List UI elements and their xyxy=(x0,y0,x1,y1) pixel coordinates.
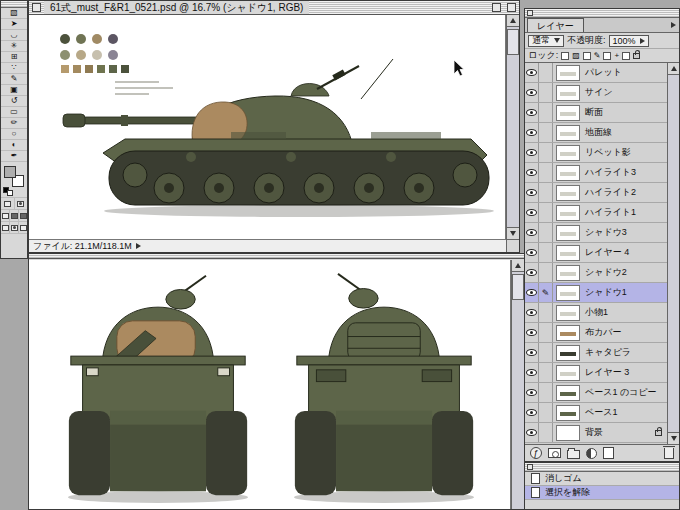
tool-dodge[interactable]: ◐ xyxy=(1,140,27,151)
indicator-cell[interactable] xyxy=(539,123,553,142)
scroll-thumb-2[interactable] xyxy=(512,274,524,300)
layer-row-tracks[interactable]: キャタピラ xyxy=(525,343,667,363)
tool-pen[interactable]: ✒ xyxy=(1,151,27,162)
layer-name[interactable]: 小物1 xyxy=(583,306,667,319)
indicator-cell[interactable] xyxy=(539,403,553,422)
layer-row-shadow2[interactable]: シャドウ2 xyxy=(525,263,667,283)
indicator-cell[interactable] xyxy=(539,203,553,222)
layer-name[interactable]: パレット xyxy=(583,66,667,79)
layer-name[interactable]: レイヤー 3 xyxy=(583,366,667,379)
visibility-toggle[interactable] xyxy=(525,123,539,142)
tab-layers[interactable]: レイヤー xyxy=(527,18,584,32)
standard-mode-button[interactable] xyxy=(1,198,15,209)
tool-airbrush[interactable]: ∵ xyxy=(1,63,27,74)
visibility-toggle[interactable] xyxy=(525,343,539,362)
visibility-toggle[interactable] xyxy=(525,363,539,382)
indicator-cell[interactable] xyxy=(539,143,553,162)
canvas-front-rear[interactable] xyxy=(29,260,511,509)
lock-position-checkbox[interactable] xyxy=(603,52,611,60)
scroll-up-button[interactable] xyxy=(507,15,519,27)
visibility-toggle[interactable] xyxy=(525,183,539,202)
layer-name[interactable]: キャタピラ xyxy=(583,346,667,359)
toolbox-drag-bar[interactable] xyxy=(1,1,27,8)
tool-crop[interactable]: ⊞ xyxy=(1,52,27,63)
layer-name[interactable]: ハイライト2 xyxy=(583,186,667,199)
scroll-down-button[interactable] xyxy=(507,227,519,239)
layer-row-base1-copy[interactable]: ベース1 のコピー xyxy=(525,383,667,403)
visibility-toggle[interactable] xyxy=(525,263,539,282)
layer-name[interactable]: ベース1 のコピー xyxy=(583,386,667,399)
visibility-toggle[interactable] xyxy=(525,163,539,182)
layer-row-highlight2[interactable]: ハイライト2 xyxy=(525,183,667,203)
lock-all-checkbox[interactable] xyxy=(622,52,630,60)
layer-name[interactable]: シャドウ2 xyxy=(583,266,667,279)
quick-mask-mode-button[interactable] xyxy=(15,198,28,209)
lock-image-checkbox[interactable] xyxy=(583,52,591,60)
layer-name[interactable]: ハイライト3 xyxy=(583,166,667,179)
indicator-cell[interactable] xyxy=(539,183,553,202)
layers-close-box[interactable] xyxy=(527,10,533,16)
fullscreen-menubar-button[interactable] xyxy=(10,210,19,221)
standard-screen-button[interactable] xyxy=(1,210,10,221)
layer-name[interactable]: 地面線 xyxy=(583,126,667,139)
jump-to-button-1[interactable] xyxy=(1,222,10,233)
layer-name[interactable]: リベット影 xyxy=(583,146,667,159)
document2-title-bar-sliver[interactable] xyxy=(29,254,524,259)
layer-name[interactable]: ハイライト1 xyxy=(583,206,667,219)
tool-move[interactable]: ➤ xyxy=(1,19,27,30)
new-set-button[interactable] xyxy=(567,450,580,459)
tool-rectangular-marquee[interactable]: ▧ xyxy=(1,8,27,19)
close-box[interactable] xyxy=(32,3,41,12)
tool-pencil[interactable]: ✏ xyxy=(1,118,27,129)
tool-lasso[interactable]: ◡ xyxy=(1,30,27,41)
visibility-toggle[interactable] xyxy=(525,323,539,342)
layer-name[interactable]: 断面 xyxy=(583,106,667,119)
layer-name[interactable]: シャドウ3 xyxy=(583,226,667,239)
canvas-side-view[interactable] xyxy=(29,15,506,239)
tool-eraser[interactable]: ▭ xyxy=(1,107,27,118)
visibility-toggle[interactable] xyxy=(525,143,539,162)
layer-row-sign[interactable]: サイン xyxy=(525,83,667,103)
blend-mode-select[interactable]: 通常 xyxy=(528,35,564,47)
history-item-label[interactable]: 消しゴム xyxy=(545,472,582,485)
indicator-cell[interactable] xyxy=(539,303,553,322)
layer-row-highlight3[interactable]: ハイライト3 xyxy=(525,163,667,183)
jump-to-button-3[interactable] xyxy=(19,222,27,233)
layer-name[interactable]: レイヤー 4 xyxy=(583,246,667,259)
layer-row-cloth-cover[interactable]: 布カバー xyxy=(525,323,667,343)
indicator-cell[interactable] xyxy=(539,383,553,402)
visibility-toggle[interactable] xyxy=(525,423,539,442)
layer-row-shadow1-selected[interactable]: ✎シャドウ1 xyxy=(525,283,667,303)
layer-name[interactable]: シャドウ1 xyxy=(583,286,667,299)
indicator-cell[interactable] xyxy=(539,323,553,342)
history-item-label[interactable]: 選択を解除 xyxy=(545,486,590,499)
layer-name[interactable]: 背景 xyxy=(583,426,655,439)
tool-paintbrush[interactable]: ✎ xyxy=(1,74,27,85)
layer-row-base1[interactable]: ベース1 xyxy=(525,403,667,423)
status-popup-arrow[interactable] xyxy=(136,243,141,249)
visibility-toggle[interactable] xyxy=(525,403,539,422)
document-title-bar[interactable]: 61式_must_F&R1_0521.psd @ 16.7% (シャドウ1, R… xyxy=(29,1,519,15)
layer-row-layer4[interactable]: レイヤー 4 xyxy=(525,243,667,263)
layer-row-rivet-shadow[interactable]: リベット影 xyxy=(525,143,667,163)
grow-box[interactable] xyxy=(506,239,519,252)
delete-layer-button[interactable] xyxy=(664,448,674,459)
tool-history-brush[interactable]: ↺ xyxy=(1,96,27,107)
history-close-box[interactable] xyxy=(527,464,533,470)
adjustment-layer-button[interactable] xyxy=(586,448,597,459)
jump-to-button-2[interactable] xyxy=(10,222,19,233)
visibility-toggle[interactable] xyxy=(525,83,539,102)
scroll-up-button-2[interactable] xyxy=(512,260,524,272)
scroll-thumb[interactable] xyxy=(507,29,519,55)
visibility-toggle[interactable] xyxy=(525,223,539,242)
opacity-field[interactable]: 100% xyxy=(609,35,649,47)
layer-list-scrollbar[interactable] xyxy=(667,63,679,444)
indicator-cell[interactable] xyxy=(539,63,553,82)
layer-style-button[interactable]: ƒ xyxy=(530,447,542,459)
visibility-toggle[interactable] xyxy=(525,103,539,122)
new-layer-button[interactable] xyxy=(603,447,614,459)
layer-name[interactable]: 布カバー xyxy=(583,326,667,339)
visibility-toggle[interactable] xyxy=(525,383,539,402)
visibility-toggle[interactable] xyxy=(525,63,539,82)
indicator-cell[interactable] xyxy=(539,363,553,382)
